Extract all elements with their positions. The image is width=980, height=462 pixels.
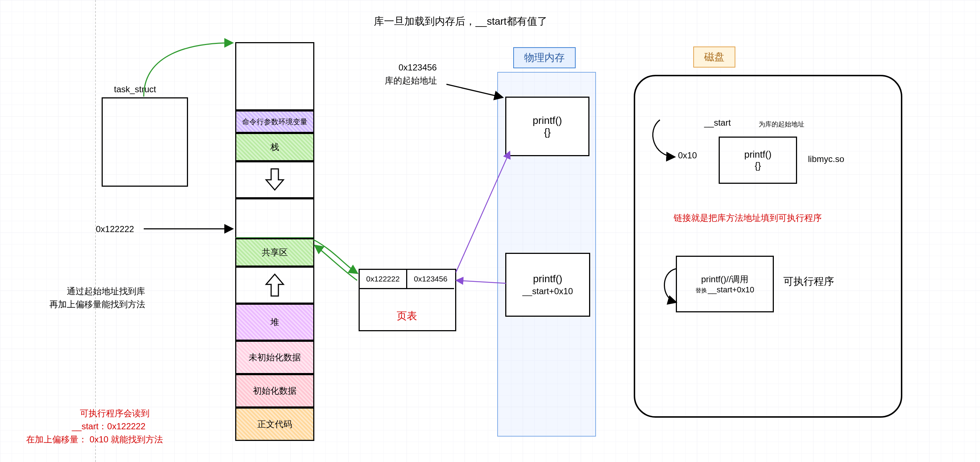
phys-mem-printf-line1: printf() [506, 115, 589, 126]
disk-exec-label: 可执行程序 [783, 275, 834, 288]
mem-init: 初始化数据 [235, 374, 314, 408]
note-line2: 再加上偏移量能找到方法 [49, 299, 145, 310]
pagetable-right: 0x123456 [407, 270, 454, 289]
lib-addr-hex: 0x123456 [399, 62, 437, 73]
task-struct-label: task_struct [114, 84, 156, 94]
disk-printf-line2: {} [720, 160, 796, 171]
disk-start-label: __start [704, 118, 731, 128]
disk-exec-line1: printf()//调用 [701, 274, 749, 285]
pagetable-box: 0x122222 0x123456 页表 [359, 269, 456, 331]
mem-text: 正文代码 [235, 408, 314, 441]
phys-mem-printf2-line1: printf() [506, 273, 589, 285]
disk-libname: libmyc.so [808, 154, 844, 164]
phys-mem-printf2-box: printf() __start+0x10 [505, 253, 590, 317]
shared-addr-label: 0x122222 [96, 224, 134, 234]
red-note-1: 可执行程序会读到 [80, 408, 150, 419]
mem-uninit: 未初始化数据 [235, 341, 314, 374]
disk-offset-label: 0x10 [678, 150, 697, 161]
phys-mem-printf-line2: {} [506, 126, 589, 138]
disk-exec-line2a: 替换 [695, 287, 707, 295]
phys-mem-printf-box: printf() {} [505, 97, 589, 156]
disk-printf-line1: printf() [720, 149, 796, 160]
mem-shared: 共享区 [235, 238, 314, 267]
red-note-2: __start：0x122222 [72, 421, 146, 432]
mem-empty [235, 42, 314, 110]
lib-addr-note: 库的起始地址 [385, 75, 437, 86]
task-struct-box [102, 97, 188, 187]
mem-cmdline: 命令行参数环境变量 [235, 110, 314, 133]
disk-red-note: 链接就是把库方法地址填到可执行程序 [674, 212, 822, 224]
mem-stack-arrow-down [235, 161, 314, 198]
mem-stack: 栈 [235, 133, 314, 161]
phys-mem-title: 物理内存 [513, 47, 576, 68]
disk-title: 磁盘 [693, 46, 735, 68]
phys-mem-printf2-line2: __start+0x10 [506, 286, 589, 296]
mem-gap-top [235, 198, 314, 238]
disk-exec-line2b: __start+0x10 [708, 285, 754, 295]
pagetable-label: 页表 [360, 309, 454, 323]
mem-heap-arrow-up [235, 267, 314, 304]
disk-start-note: 为库的起始地址 [759, 120, 804, 129]
disk-exec-box: printf()//调用 替换 __start+0x10 [676, 256, 774, 312]
red-note-3: 在加上偏移量： 0x10 就能找到方法 [26, 434, 163, 445]
mem-heap: 堆 [235, 304, 314, 341]
note-line1: 通过起始地址找到库 [67, 285, 145, 297]
disk-printf-box: printf() {} [719, 137, 797, 184]
memory-stack: 命令行参数环境变量 栈 共享区 堆 未初始化数据 初始化数据 正文代码 [235, 42, 314, 441]
pagetable-left: 0x122222 [360, 270, 407, 289]
title-text: 库一旦加载到内存后，__start都有值了 [374, 14, 547, 28]
